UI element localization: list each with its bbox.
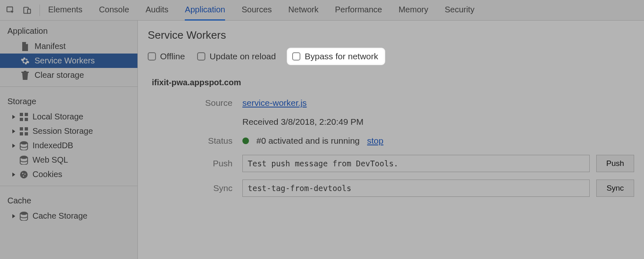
status-label: Status [148,136,242,146]
caret-right-icon [12,129,15,133]
sidebar-item-local-storage[interactable]: Local Storage [0,110,137,124]
svg-point-11 [20,141,28,145]
sidebar-item-cookies[interactable]: Cookies [0,167,137,182]
sidebar-item-label: IndexedDB [33,141,73,150]
separator [40,5,40,16]
checkbox-offline[interactable]: Offline [148,51,185,61]
sidebar-item-cache-storage[interactable]: Cache Storage [0,209,137,223]
device-toggle-icon[interactable] [21,5,33,16]
svg-point-12 [20,156,28,159]
tab-performance[interactable]: Performance [335,0,382,21]
db-icon [19,156,28,165]
svg-rect-8 [25,127,28,131]
tab-application[interactable]: Application [185,0,225,21]
push-input[interactable] [242,155,590,172]
source-file-link[interactable]: service-worker.js [242,98,307,108]
db-icon [19,212,28,221]
push-label: Push [148,159,242,168]
checkbox-icon [292,52,300,61]
sidebar-group-storage: Storage [0,91,137,110]
trash-icon [21,71,30,80]
sidebar-item-label: Session Storage [33,126,93,136]
tab-audits[interactable]: Audits [146,0,169,21]
tab-memory[interactable]: Memory [398,0,428,21]
caret-right-icon [12,144,15,148]
sidebar-item-label: Cache Storage [33,211,87,221]
sidebar-item-label: Web SQL [33,155,68,165]
checkbox-label: Offline [160,51,185,61]
svg-point-15 [24,173,26,175]
panel-title: Service Workers [148,29,634,42]
stop-link[interactable]: stop [367,136,384,146]
sidebar-item-label: Manifest [35,42,66,51]
checkbox-bypass-for-network[interactable]: Bypass for network [288,49,384,64]
svg-rect-4 [25,113,28,116]
caret-right-icon [12,115,15,119]
status-dot-icon [242,138,249,144]
sidebar-item-indexeddb[interactable]: IndexedDB [0,138,137,153]
checkbox-label: Bypass for network [305,51,378,61]
cookie-icon [19,170,28,179]
grid-icon [19,127,28,136]
svg-point-16 [23,175,24,177]
service-worker-host: ifixit-pwa.appspot.com [152,78,634,87]
checkbox-icon [148,52,156,61]
source-received: Received 3/8/2018, 2:20:49 PM [242,117,363,127]
sidebar-item-service-workers[interactable]: Service Workers [0,54,137,68]
svg-rect-5 [20,118,23,121]
file-icon [21,42,30,51]
sidebar-group-cache: Cache [0,190,137,209]
devtools-tabbar: Elements Console Audits Application Sour… [0,0,644,21]
status-text: #0 activated and is running [256,136,360,146]
sidebar: Application Manifest Service Workers Cle… [0,21,138,259]
sidebar-item-session-storage[interactable]: Session Storage [0,124,137,138]
sidebar-item-manifest[interactable]: Manifest [0,39,137,54]
sidebar-item-label: Local Storage [33,112,83,121]
checkbox-update-on-reload[interactable]: Update on reload [197,51,276,61]
main-panel: Service Workers Offline Update on reload… [138,21,644,259]
sidebar-item-label: Clear storage [35,70,84,80]
svg-rect-9 [20,132,23,135]
inspect-icon[interactable] [5,5,16,16]
svg-point-13 [20,170,28,178]
svg-rect-2 [28,9,30,13]
tab-security[interactable]: Security [445,0,474,21]
tab-network[interactable]: Network [288,0,319,21]
sidebar-item-websql[interactable]: Web SQL [0,153,137,167]
tabs: Elements Console Audits Application Sour… [46,0,474,21]
sidebar-item-clear-storage[interactable]: Clear storage [0,68,137,82]
tab-console[interactable]: Console [99,0,129,21]
push-button[interactable]: Push [596,155,634,172]
svg-rect-6 [25,118,28,121]
tab-sources[interactable]: Sources [242,0,272,21]
gear-icon [21,56,30,65]
checkbox-icon [197,52,205,61]
svg-point-17 [20,212,28,215]
caret-right-icon [12,173,15,177]
separator [0,186,137,186]
tab-elements[interactable]: Elements [48,0,82,21]
db-icon [19,141,28,150]
sync-input[interactable] [242,180,590,197]
separator [0,86,137,87]
sidebar-group-application: Application [0,21,137,39]
svg-rect-3 [20,113,23,116]
sync-button[interactable]: Sync [596,180,634,197]
checkbox-label: Update on reload [209,51,276,61]
sidebar-item-label: Cookies [33,170,62,179]
checkbox-row: Offline Update on reload Bypass for netw… [148,49,634,64]
svg-rect-10 [25,132,28,135]
svg-point-14 [22,173,23,174]
source-label: Source [148,98,242,108]
sync-label: Sync [148,183,242,193]
sidebar-item-label: Service Workers [35,56,95,65]
svg-rect-7 [20,127,23,131]
grid-icon [19,112,28,121]
caret-right-icon [12,214,15,218]
